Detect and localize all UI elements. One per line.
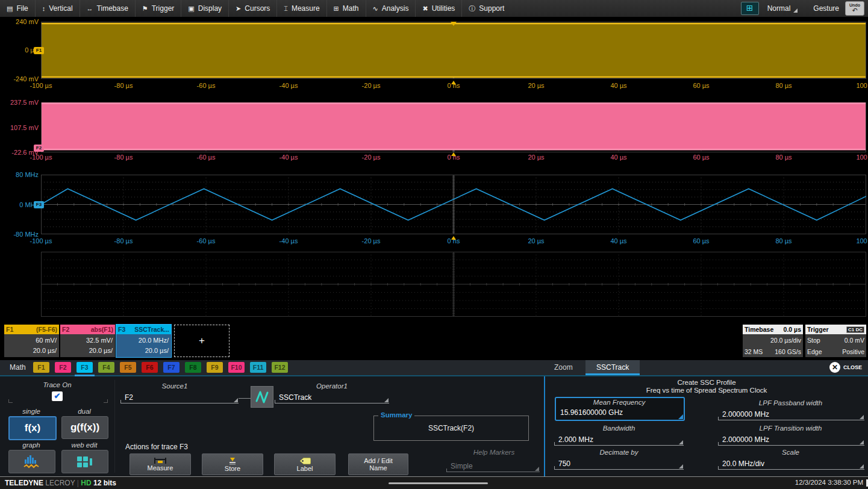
math-dialog-content: Trace On ✔ single dual f(x) g(f(x)) grap… (0, 376, 868, 476)
menu-label: Display (198, 4, 222, 13)
time-axis-label: -80 µs (114, 154, 133, 161)
time-axis-label: 20 µs (528, 82, 544, 89)
grid-mode-button[interactable]: ⊞ (741, 2, 759, 15)
tab-f7[interactable]: F7 (163, 362, 180, 373)
menu-support[interactable]: ⓘSupport (461, 0, 511, 17)
time-axis-label: -20 µs (362, 237, 381, 244)
tab-f10[interactable]: F10 (228, 362, 245, 373)
hd-badge: HD (81, 479, 91, 487)
decimate-by-dropdown[interactable]: 750 (554, 458, 684, 470)
lpf-transition-label: LPF Transition width (717, 425, 864, 432)
help-markers-dropdown[interactable]: Simple (446, 461, 540, 472)
lpf-passband-label: LPF Passband width (717, 399, 864, 406)
display-mode-dropdown[interactable]: Normal (765, 3, 799, 14)
trigger-slope: Positive (842, 348, 864, 355)
gesture-label: Gesture (813, 4, 839, 13)
tab-f4[interactable]: F4 (98, 362, 114, 373)
f3-time-axis: -100 µs-80 µs-60 µs-40 µs-20 µs0 ns20 µs… (41, 237, 866, 246)
source1-value: F2 (120, 392, 239, 402)
f2-descriptor-box[interactable]: F2abs(F1) 32.5 mV/20.0 µs/ (60, 325, 115, 357)
graph-button[interactable] (8, 450, 55, 473)
measure-button[interactable]: Measure (130, 453, 191, 475)
f3-descriptor-title: SSCTrack... (134, 326, 169, 333)
menu-vertical[interactable]: ↕Vertical (35, 0, 80, 17)
scale-label: Scale (717, 449, 864, 456)
f1-waveform-grid[interactable] (41, 22, 866, 79)
timebase-title: Timebase (745, 326, 773, 333)
menu-timebase[interactable]: ↔Timebase (80, 0, 135, 17)
tab-f8[interactable]: F8 (185, 362, 201, 373)
scale-dropdown[interactable]: 20.0 MHz/div (718, 458, 864, 470)
empty-grid[interactable] (41, 252, 866, 317)
bit-depth-label: 12 bits (93, 479, 116, 487)
menu-label: Vertical (49, 4, 72, 13)
menu-trigger[interactable]: ⚑Trigger (135, 0, 181, 17)
dual-function-button[interactable]: g(f(x)) (61, 416, 108, 439)
tab-f3[interactable]: F3 (76, 362, 93, 373)
close-button[interactable]: ✕ CLOSE (829, 362, 862, 373)
add-edit-name-line2: Name (369, 465, 387, 472)
add-trace-button[interactable]: + (174, 325, 229, 357)
f1-descriptor-box[interactable]: F1(F5-F6) 60 mV/20.0 µs/ (4, 325, 59, 357)
menu-analysis[interactable]: ∿Analysis (366, 0, 416, 17)
undo-button[interactable]: Undo ↶ (845, 1, 864, 16)
time-axis-label: -80 µs (114, 82, 133, 89)
menu-math[interactable]: ⊞Math (326, 0, 366, 17)
f2-zero-level-badge[interactable]: F2 (34, 145, 44, 152)
f2-waveform-grid[interactable] (41, 102, 866, 152)
menu-file[interactable]: ▤File (0, 0, 35, 17)
time-axis-label: 20 µs (528, 154, 544, 161)
math-icon: ⊞ (334, 5, 339, 13)
tab-f6[interactable]: F6 (142, 362, 158, 373)
waveform-zigzag-icon (254, 389, 270, 405)
f1-zero-level-badge[interactable]: F1 (34, 47, 44, 54)
tab-zoom[interactable]: Zoom (554, 363, 573, 372)
bandwidth-dropdown[interactable]: 2.000 MHz (554, 434, 684, 446)
timebase-tdiv: 20.0 µs/div (770, 337, 801, 344)
trigger-position-marker[interactable] (451, 22, 457, 26)
trace-on-checkbox[interactable]: ✔ (52, 391, 63, 401)
menu-display[interactable]: ▣Display (181, 0, 228, 17)
f1-time-axis: -100 µs-80 µs-60 µs-40 µs-20 µs0 ns20 µs… (41, 82, 866, 90)
tab-f1[interactable]: F1 (33, 362, 49, 373)
menu-label: Cursors (245, 4, 270, 13)
f3-vdiv: 20.0 MHz/ (116, 335, 169, 346)
lpf-transition-value: 2.000000 MHz (718, 434, 864, 444)
lpf-passband-value: 2.000000 MHz (718, 409, 864, 419)
f3-descriptor-box-selected[interactable]: F3SSCTrack... 20.0 MHz/20.0 µs/ (116, 325, 171, 357)
single-function-button[interactable]: f(x) (8, 416, 57, 440)
web-edit-button[interactable] (61, 450, 108, 473)
time-axis-label: -60 µs (197, 154, 216, 161)
tab-f9[interactable]: F9 (207, 362, 223, 373)
time-axis-label: 100 µs (856, 82, 868, 89)
time-axis-label: -40 µs (279, 154, 298, 161)
f3-top-scale-label: 80 MHz (2, 171, 39, 178)
menu-cursors[interactable]: ➤Cursors (228, 0, 276, 17)
trigger-type: Edge (807, 348, 822, 355)
tab-f2[interactable]: F2 (55, 362, 71, 373)
operator1-dropdown[interactable]: SSCTrack (275, 392, 389, 403)
time-axis-label: -20 µs (362, 154, 381, 161)
tab-ssctrack[interactable]: SSCTrack (585, 360, 640, 374)
add-edit-name-button[interactable]: Add / Edit Name (348, 453, 408, 475)
lpf-transition-dropdown[interactable]: 2.000000 MHz (718, 434, 864, 446)
tab-f11[interactable]: F11 (250, 362, 266, 373)
time-axis-label: 80 µs (775, 82, 792, 89)
tab-f5[interactable]: F5 (120, 362, 136, 373)
f3-zero-level-badge[interactable]: F3 (34, 201, 44, 208)
menu-measure[interactable]: ⌶Measure (276, 0, 326, 17)
decimate-by-value: 750 (554, 458, 684, 468)
mean-frequency-field[interactable]: Mean Frequency 15.961600000 GHz (555, 397, 685, 421)
f3-waveform-grid[interactable] (41, 175, 866, 234)
label-button[interactable]: Label (274, 453, 336, 475)
tab-f12[interactable]: F12 (272, 362, 288, 373)
menu-utilities[interactable]: ✖Utilities (415, 0, 461, 17)
menu-label: Trigger (152, 4, 175, 13)
timebase-box[interactable]: Timebase0.0 µs 20.0 µs/div 32 MS160 GS/s (743, 325, 803, 357)
horizontal-scrollbar[interactable] (389, 482, 488, 484)
operator1-value: SSCTrack (275, 392, 389, 402)
source1-dropdown[interactable]: F2 (120, 392, 239, 403)
lpf-passband-dropdown[interactable]: 2.000000 MHz (718, 409, 864, 420)
trigger-box[interactable]: TriggerC1 DC Stop0.0 mV EdgePositive (805, 325, 866, 357)
store-button[interactable]: Store (202, 453, 263, 475)
